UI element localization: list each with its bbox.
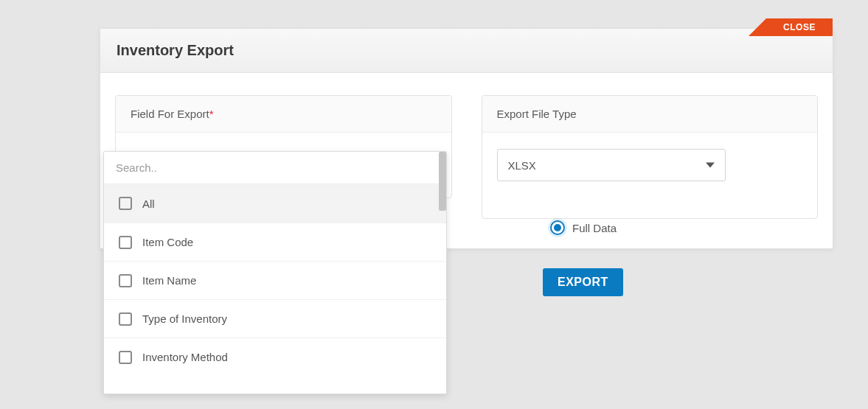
field-option-label: Inventory Method: [142, 351, 228, 363]
field-option-label: Type of Inventory: [142, 312, 227, 325]
export-button-label: EXPORT: [558, 276, 608, 288]
field-option-item-name[interactable]: Item Name: [104, 261, 446, 299]
field-option-all[interactable]: All: [104, 184, 446, 223]
field-option-label: Item Name: [142, 274, 196, 287]
radio-icon: [550, 220, 565, 235]
radio-dot-icon: [554, 224, 561, 231]
modal-header: Inventory Export: [100, 29, 833, 73]
chevron-down-icon: [706, 163, 715, 168]
export-button[interactable]: EXPORT: [543, 268, 623, 296]
file-type-selected-value: XLSX: [508, 159, 536, 172]
full-data-label: Full Data: [572, 222, 617, 234]
field-option-label: All: [142, 197, 155, 210]
field-for-export-header: Field For Export*: [116, 96, 451, 133]
field-search-input[interactable]: [104, 152, 446, 184]
field-option-inventory-method[interactable]: Inventory Method: [104, 338, 446, 376]
export-file-type-panel: Export File Type XLSX: [482, 95, 819, 219]
export-file-type-title: Export File Type: [497, 108, 577, 120]
checkbox-icon: [119, 312, 132, 326]
close-button[interactable]: CLOSE: [766, 18, 833, 36]
checkbox-icon: [119, 236, 132, 249]
full-data-radio[interactable]: Full Data: [550, 220, 617, 235]
field-for-export-title: Field For Export: [131, 108, 209, 120]
field-option-label: Item Code: [142, 236, 193, 248]
field-dropdown-list: All Item Code Item Name Type of Inventor…: [104, 184, 446, 394]
field-option-item-code[interactable]: Item Code: [104, 223, 446, 261]
checkbox-icon: [119, 274, 132, 287]
export-file-type-header: Export File Type: [482, 96, 818, 133]
checkbox-icon: [119, 351, 132, 364]
close-label: CLOSE: [783, 22, 816, 32]
export-file-type-body: XLSX: [482, 133, 818, 203]
scrollbar-thumb[interactable]: [439, 152, 446, 211]
file-type-select-wrap: XLSX: [497, 149, 726, 181]
field-dropdown: All Item Code Item Name Type of Inventor…: [103, 151, 447, 394]
required-asterisk: *: [209, 108, 214, 120]
checkbox-icon: [119, 197, 132, 210]
modal-title: Inventory Export: [117, 42, 816, 59]
file-type-select[interactable]: XLSX: [497, 149, 726, 181]
field-option-type-of-inventory[interactable]: Type of Inventory: [104, 299, 446, 338]
